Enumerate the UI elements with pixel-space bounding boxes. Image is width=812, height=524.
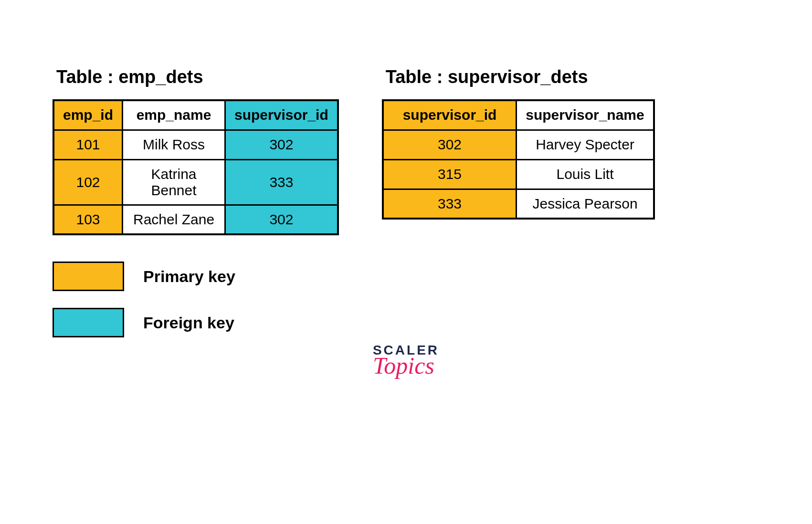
legend-swatch-primary — [53, 262, 124, 291]
legend: Primary key Foreign key — [53, 262, 759, 337]
cell-supervisor-id: 302 — [225, 130, 338, 159]
table-row: 315 Louis Litt — [383, 159, 654, 189]
table-title-sup: Table : supervisor_dets — [382, 67, 655, 87]
table-row: emp_id emp_name supervisor_id — [53, 100, 338, 130]
legend-row-primary: Primary key — [53, 262, 759, 291]
cell-emp-id: 103 — [53, 205, 123, 234]
table-row: 101 Milk Ross 302 — [53, 130, 338, 159]
cell-emp-id: 102 — [53, 159, 123, 205]
legend-label-primary: Primary key — [143, 267, 235, 286]
legend-swatch-foreign — [53, 308, 124, 337]
tables-container: Table : emp_dets emp_id emp_name supervi… — [53, 67, 759, 235]
cell-supervisor-name: Harvey Specter — [517, 130, 654, 159]
cell-supervisor-id: 315 — [383, 159, 517, 189]
col-header-emp-id: emp_id — [53, 100, 123, 130]
emp-table: emp_id emp_name supervisor_id 101 Milk R… — [53, 99, 339, 235]
legend-row-foreign: Foreign key — [53, 308, 759, 337]
cell-emp-name: Milk Ross — [123, 130, 225, 159]
table-supervisor-dets: Table : supervisor_dets supervisor_id su… — [382, 67, 655, 220]
cell-supervisor-name: Louis Litt — [517, 159, 654, 189]
table-row: 302 Harvey Specter — [383, 130, 654, 159]
cell-supervisor-id: 302 — [383, 130, 517, 159]
table-row: supervisor_id supervisor_name — [383, 100, 654, 130]
table-title-emp: Table : emp_dets — [53, 67, 339, 87]
cell-supervisor-id: 302 — [225, 205, 338, 234]
legend-label-foreign: Foreign key — [143, 314, 234, 332]
cell-emp-id: 101 — [53, 130, 123, 159]
col-header-emp-name: emp_name — [123, 100, 225, 130]
cell-emp-name: Katrina Bennet — [123, 159, 225, 205]
col-header-supervisor-id: supervisor_id — [225, 100, 338, 130]
cell-supervisor-id: 333 — [383, 189, 517, 219]
brand-logo: SCALER Topics — [373, 344, 439, 377]
table-row: 102 Katrina Bennet 333 — [53, 159, 338, 205]
cell-supervisor-id: 333 — [225, 159, 338, 205]
table-row: 103 Rachel Zane 302 — [53, 205, 338, 234]
cell-emp-name: Rachel Zane — [123, 205, 225, 234]
table-emp-dets: Table : emp_dets emp_id emp_name supervi… — [53, 67, 339, 235]
col-header-supervisor-name: supervisor_name — [517, 100, 654, 130]
table-row: 333 Jessica Pearson — [383, 189, 654, 219]
col-header-supervisor-id: supervisor_id — [383, 100, 517, 130]
sup-table: supervisor_id supervisor_name 302 Harvey… — [382, 99, 655, 220]
cell-supervisor-name: Jessica Pearson — [517, 189, 654, 219]
brand-topics-text: Topics — [368, 355, 439, 377]
